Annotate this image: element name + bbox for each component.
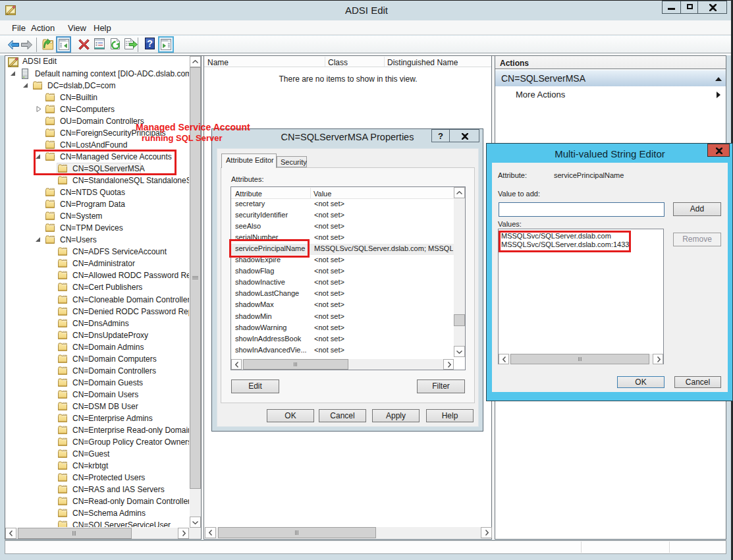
svg-text:?: ? — [147, 38, 153, 49]
